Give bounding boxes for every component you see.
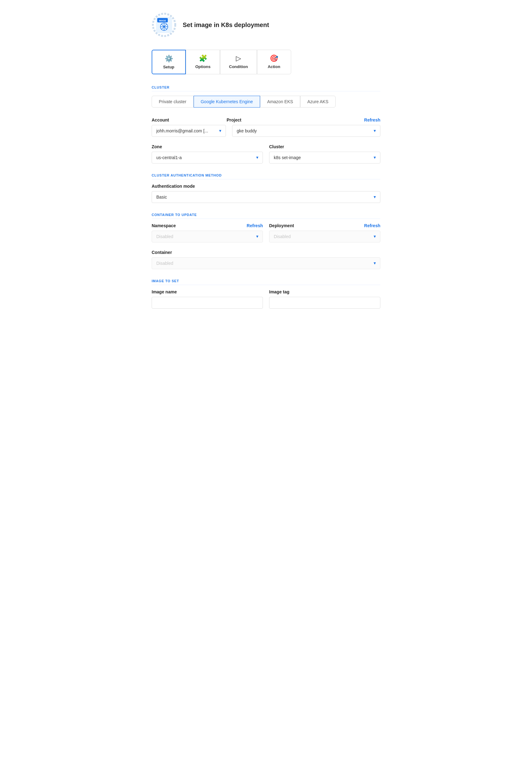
tab-bar: ⚙️ Setup 🧩 Options ▷ Condition 🎯 Action <box>152 50 380 74</box>
namespace-select-wrap: Disabled ▼ <box>152 231 263 242</box>
zone-cluster-row: Zone us-central1-a ▼ Cluster k8s set-ima… <box>152 144 380 163</box>
cluster-type-gke[interactable]: Google Kubernetes Engine <box>194 96 260 108</box>
image-section-header: IMAGE TO SET <box>152 279 380 285</box>
cluster-type-aks[interactable]: Azure AKS <box>300 96 336 108</box>
tab-setup-label: Setup <box>163 65 174 69</box>
setup-icon: ⚙️ <box>165 55 173 63</box>
tab-condition[interactable]: ▷ Condition <box>220 50 257 74</box>
zone-select[interactable]: us-central1-a <box>152 152 263 163</box>
cluster-select[interactable]: k8s set-image <box>269 152 380 163</box>
cluster-section-header: CLUSTER <box>152 86 380 91</box>
tab-options[interactable]: 🧩 Options <box>186 50 220 74</box>
project-select-wrap: gke buddy ▼ <box>232 125 380 137</box>
cluster-type-selector: Private cluster Google Kubernetes Engine… <box>152 96 380 108</box>
account-select-wrap: johh.morris@gmail.com [... ▼ <box>152 125 226 137</box>
image-name-label: Image name <box>152 289 263 294</box>
deployment-label: Deployment <box>269 223 294 228</box>
cluster-section: CLUSTER Private cluster Google Kubernete… <box>152 86 380 163</box>
cluster-type-private[interactable]: Private cluster <box>152 96 194 108</box>
page-title: Set image in K8s deployment <box>183 21 269 29</box>
svg-point-5 <box>163 26 165 28</box>
page-header: IMAGE Set image in K8s deployment <box>152 12 380 37</box>
image-tag-input[interactable] <box>269 297 380 309</box>
container-section-header: CONTAINER TO UPDATE <box>152 213 380 219</box>
deployment-select-wrap: Disabled ▼ <box>269 231 380 242</box>
namespace-refresh[interactable]: Refresh <box>247 223 263 228</box>
image-tag-label: Image tag <box>269 289 380 294</box>
project-label: Project <box>226 117 364 122</box>
gear-ring-icon: IMAGE <box>152 12 177 37</box>
container-select[interactable]: Disabled <box>152 257 380 269</box>
deployment-refresh[interactable]: Refresh <box>364 223 380 228</box>
container-section: CONTAINER TO UPDATE Namespace Refresh De… <box>152 213 380 269</box>
options-icon: 🧩 <box>199 54 207 63</box>
cluster-label: Cluster <box>269 144 380 149</box>
auth-section-header: CLUSTER AUTHENTICATION METHOD <box>152 174 380 179</box>
image-name-input[interactable] <box>152 297 263 309</box>
cluster-group: Cluster k8s set-image ▼ <box>269 144 380 163</box>
tab-action[interactable]: 🎯 Action <box>257 50 291 74</box>
zone-label: Zone <box>152 144 263 149</box>
account-select[interactable]: johh.morris@gmail.com [... <box>152 125 226 137</box>
image-row: Image name Image tag <box>152 289 380 309</box>
tab-action-label: Action <box>268 64 280 69</box>
auth-mode-select-wrap: Basic ▼ <box>152 191 380 203</box>
auth-mode-select[interactable]: Basic <box>152 191 380 203</box>
svg-text:IMAGE: IMAGE <box>159 20 166 22</box>
condition-icon: ▷ <box>236 54 241 63</box>
auth-mode-label: Authentication mode <box>152 184 380 189</box>
image-name-group: Image name <box>152 289 263 309</box>
zone-group: Zone us-central1-a ▼ <box>152 144 263 163</box>
account-label: Account <box>152 117 220 122</box>
tab-setup[interactable]: ⚙️ Setup <box>152 50 186 74</box>
plugin-icon: IMAGE <box>152 12 177 37</box>
namespace-select[interactable]: Disabled <box>152 231 263 242</box>
deployment-select[interactable]: Disabled <box>269 231 380 242</box>
account-project-refresh[interactable]: Refresh <box>364 117 380 122</box>
tab-condition-label: Condition <box>229 64 248 69</box>
container-label: Container <box>152 250 380 255</box>
cluster-select-wrap: k8s set-image ▼ <box>269 152 380 163</box>
auth-section: CLUSTER AUTHENTICATION METHOD Authentica… <box>152 174 380 203</box>
container-group: Container Disabled ▼ <box>152 250 380 269</box>
auth-mode-group: Authentication mode Basic ▼ <box>152 184 380 203</box>
zone-select-wrap: us-central1-a ▼ <box>152 152 263 163</box>
image-section: IMAGE TO SET Image name Image tag <box>152 279 380 309</box>
project-select[interactable]: gke buddy <box>232 125 380 137</box>
tab-options-label: Options <box>195 64 210 69</box>
namespace-label: Namespace <box>152 223 176 228</box>
cluster-type-eks[interactable]: Amazon EKS <box>260 96 300 108</box>
action-icon: 🎯 <box>270 54 278 63</box>
image-tag-group: Image tag <box>269 289 380 309</box>
container-select-wrap: Disabled ▼ <box>152 257 380 269</box>
